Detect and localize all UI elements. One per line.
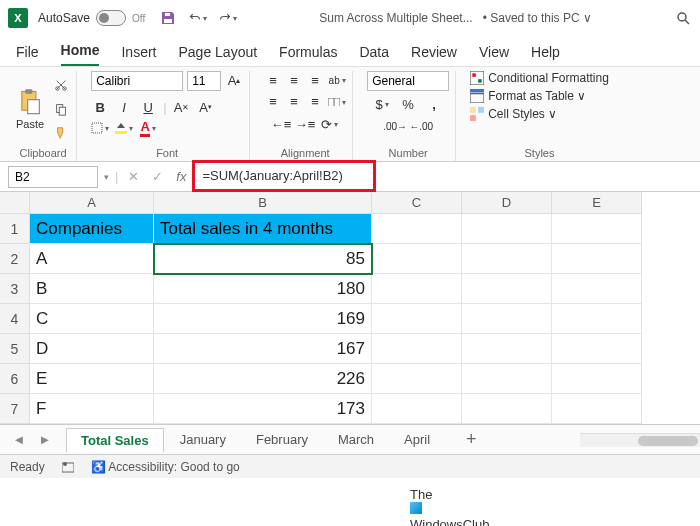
cell[interactable] (372, 244, 462, 274)
cell[interactable] (462, 364, 552, 394)
cell-b1[interactable]: Total sales in 4 months (154, 214, 372, 244)
font-grow-icon[interactable]: A▾ (197, 98, 215, 116)
wrap-text-icon[interactable]: ab (328, 71, 346, 89)
font-color-icon[interactable]: A (139, 119, 157, 137)
format-painter-icon[interactable] (52, 124, 70, 142)
cell-a2[interactable]: A (30, 244, 154, 274)
paste-icon[interactable] (16, 88, 44, 116)
cut-icon[interactable] (52, 76, 70, 94)
cell[interactable] (552, 214, 642, 244)
formula-input[interactable]: =SUM(January:April!B2) (196, 166, 692, 188)
cell[interactable] (462, 244, 552, 274)
fill-color-icon[interactable] (115, 119, 133, 137)
menu-review[interactable]: Review (411, 44, 457, 66)
cell[interactable] (372, 274, 462, 304)
cell-b3[interactable]: 180 (154, 274, 372, 304)
menu-insert[interactable]: Insert (121, 44, 156, 66)
number-format-select[interactable] (367, 71, 449, 91)
cancel-formula-icon[interactable]: ✕ (124, 168, 142, 186)
tab-january[interactable]: January (166, 428, 240, 451)
cell[interactable] (552, 244, 642, 274)
menu-page-layout[interactable]: Page Layout (178, 44, 257, 66)
redo-icon[interactable] (219, 9, 237, 27)
menu-help[interactable]: Help (531, 44, 560, 66)
name-box[interactable] (8, 166, 98, 188)
row-header[interactable]: 4 (0, 304, 30, 334)
tab-february[interactable]: February (242, 428, 322, 451)
toggle-switch[interactable] (96, 10, 126, 26)
tab-prev-icon[interactable]: ◄ (10, 431, 28, 449)
bold-button[interactable]: B (91, 98, 109, 116)
clear-format-icon[interactable]: A✕ (173, 98, 191, 116)
accessibility-status[interactable]: ♿ Accessibility: Good to go (91, 460, 240, 474)
row-header[interactable]: 5 (0, 334, 30, 364)
increase-indent-icon[interactable]: →≡ (296, 115, 314, 133)
cell-styles-button[interactable]: Cell Styles ∨ (470, 107, 557, 121)
menu-home[interactable]: Home (61, 42, 100, 66)
cell-b6[interactable]: 226 (154, 364, 372, 394)
menu-data[interactable]: Data (359, 44, 389, 66)
align-middle-icon[interactable]: ≡ (285, 71, 303, 89)
cell[interactable] (372, 304, 462, 334)
cell-a7[interactable]: F (30, 394, 154, 424)
cell-a5[interactable]: D (30, 334, 154, 364)
font-name-select[interactable] (91, 71, 183, 91)
undo-icon[interactable] (189, 9, 207, 27)
spreadsheet-grid[interactable]: A B C D E 1 Companies Total sales in 4 m… (0, 192, 700, 424)
col-header-e[interactable]: E (552, 192, 642, 214)
cell[interactable] (462, 274, 552, 304)
row-header[interactable]: 1 (0, 214, 30, 244)
cell-b5[interactable]: 167 (154, 334, 372, 364)
cell[interactable] (552, 364, 642, 394)
tab-march[interactable]: March (324, 428, 388, 451)
fx-icon[interactable]: fx (172, 168, 190, 186)
underline-button[interactable]: U (139, 98, 157, 116)
comma-icon[interactable]: , (425, 95, 443, 113)
search-icon[interactable] (674, 9, 692, 27)
cell-a6[interactable]: E (30, 364, 154, 394)
cell[interactable] (462, 214, 552, 244)
tab-total-sales[interactable]: Total Sales (66, 428, 164, 452)
align-center-icon[interactable]: ≡ (285, 93, 303, 111)
cell[interactable] (462, 394, 552, 424)
orientation-icon[interactable]: ⟳ (320, 115, 338, 133)
align-right-icon[interactable]: ≡ (306, 93, 324, 111)
cell[interactable] (372, 214, 462, 244)
col-header-b[interactable]: B (154, 192, 372, 214)
tab-april[interactable]: April (390, 428, 444, 451)
cell[interactable] (552, 304, 642, 334)
row-header[interactable]: 6 (0, 364, 30, 394)
row-header[interactable]: 3 (0, 274, 30, 304)
conditional-formatting-button[interactable]: Conditional Formatting (470, 71, 609, 85)
copy-icon[interactable] (52, 100, 70, 118)
cell-a4[interactable]: C (30, 304, 154, 334)
cell[interactable] (372, 364, 462, 394)
cell[interactable] (552, 394, 642, 424)
enter-formula-icon[interactable]: ✓ (148, 168, 166, 186)
cell[interactable] (372, 394, 462, 424)
autosave-toggle[interactable]: AutoSave Off (38, 10, 145, 26)
cell[interactable] (372, 334, 462, 364)
decrease-indent-icon[interactable]: ←≡ (272, 115, 290, 133)
cell-b2[interactable]: 85 (154, 244, 372, 274)
menu-view[interactable]: View (479, 44, 509, 66)
format-as-table-button[interactable]: Format as Table ∨ (470, 89, 586, 103)
align-left-icon[interactable]: ≡ (264, 93, 282, 111)
borders-icon[interactable] (91, 119, 109, 137)
cell-a1[interactable]: Companies (30, 214, 154, 244)
row-header[interactable]: 7 (0, 394, 30, 424)
add-sheet-button[interactable]: + (466, 429, 477, 450)
currency-icon[interactable]: $ (373, 95, 391, 113)
merge-icon[interactable] (328, 93, 346, 111)
cell-a3[interactable]: B (30, 274, 154, 304)
align-top-icon[interactable]: ≡ (264, 71, 282, 89)
align-bottom-icon[interactable]: ≡ (306, 71, 324, 89)
cell-b7[interactable]: 173 (154, 394, 372, 424)
menu-file[interactable]: File (16, 44, 39, 66)
cell[interactable] (462, 304, 552, 334)
cell[interactable] (552, 334, 642, 364)
italic-button[interactable]: I (115, 98, 133, 116)
tab-next-icon[interactable]: ► (36, 431, 54, 449)
macro-record-icon[interactable] (59, 458, 77, 476)
row-header[interactable]: 2 (0, 244, 30, 274)
